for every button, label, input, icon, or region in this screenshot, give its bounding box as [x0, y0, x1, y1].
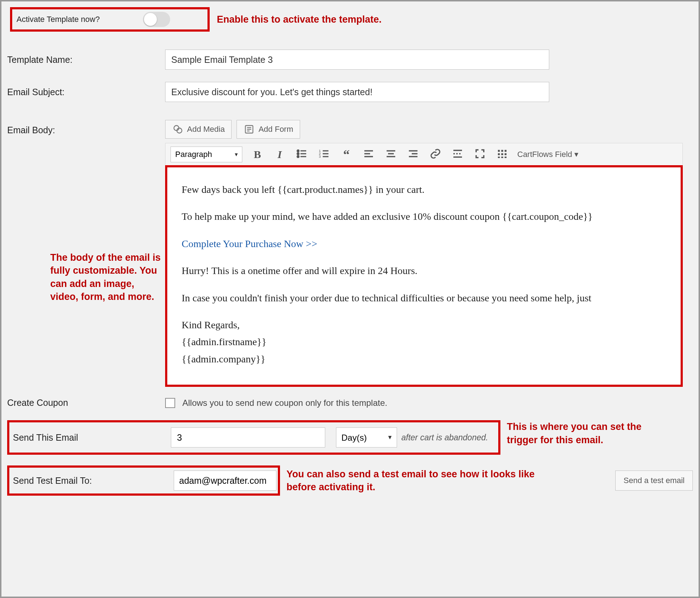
email-subject-input[interactable] — [165, 82, 549, 102]
ul-button[interactable] — [295, 147, 309, 162]
send-email-after-text: after cart is abandoned. — [401, 433, 488, 442]
italic-button[interactable]: I — [272, 147, 287, 162]
template-name-label: Template Name: — [7, 50, 165, 65]
align-right-button[interactable] — [406, 147, 420, 162]
align-right-icon — [407, 148, 419, 159]
align-left-icon — [363, 148, 374, 159]
send-test-label: Send Test Email To: — [13, 476, 174, 486]
svg-rect-34 — [501, 153, 503, 155]
svg-rect-32 — [505, 150, 507, 152]
link-icon — [430, 148, 441, 159]
send-email-value-input[interactable] — [171, 427, 325, 448]
create-coupon-checkbox[interactable] — [165, 398, 175, 408]
template-name-input[interactable] — [165, 50, 549, 70]
quote-button[interactable]: “ — [339, 147, 354, 162]
email-body-editor[interactable]: Few days back you left {{cart.product.na… — [165, 165, 683, 387]
email-subject-label: Email Subject: — [7, 82, 165, 97]
align-center-icon — [385, 148, 397, 159]
svg-rect-36 — [498, 157, 500, 158]
form-icon — [243, 124, 255, 135]
send-test-button[interactable]: Send a test email — [615, 470, 693, 491]
italic-icon: I — [274, 149, 285, 160]
body-line-2: To help make up your mind, we have added… — [182, 209, 666, 224]
body-line-4: In case you couldn't finish your order d… — [182, 290, 666, 306]
body-line-6: {{admin.firstname}} — [182, 334, 666, 349]
bold-icon: B — [252, 149, 263, 160]
cartflows-field-label: CartFlows Field ▾ — [517, 150, 578, 159]
send-email-box: Send This Email Day(s) after cart is aba… — [7, 420, 500, 455]
svg-point-8 — [297, 156, 299, 158]
align-left-button[interactable] — [361, 147, 376, 162]
svg-rect-30 — [498, 150, 500, 152]
send-test-input[interactable] — [174, 470, 276, 491]
cartflows-field-dropdown[interactable]: CartFlows Field ▾ — [517, 150, 578, 159]
create-coupon-desc: Allows you to send new coupon only for t… — [182, 398, 387, 408]
send-email-annotation: This is where you can set the trigger fo… — [507, 420, 665, 446]
media-icon — [172, 124, 183, 135]
send-email-label: Send This Email — [13, 432, 171, 443]
send-test-annotation: You can also send a test email to see ho… — [286, 468, 559, 494]
bold-button[interactable]: B — [250, 147, 265, 162]
svg-text:3: 3 — [319, 155, 321, 158]
svg-point-7 — [297, 153, 299, 155]
align-center-button[interactable] — [384, 147, 398, 162]
activate-annotation: Enable this to activate the template. — [217, 13, 382, 26]
svg-rect-37 — [501, 157, 503, 158]
activate-label: Activate Template now? — [17, 15, 100, 24]
svg-rect-38 — [505, 157, 507, 158]
complete-purchase-link[interactable]: Complete Your Purchase Now >> — [182, 238, 317, 249]
send-test-box: Send Test Email To: — [7, 465, 280, 496]
format-select[interactable]: Paragraph — [171, 147, 242, 162]
editor-toolbar: Paragraph B I 123 “ CartFlows Field ▾ — [165, 143, 683, 165]
toolbar-toggle-button[interactable] — [495, 147, 509, 162]
readmore-icon — [452, 148, 463, 159]
body-line-1: Few days back you left {{cart.product.na… — [182, 182, 666, 197]
body-line-3: Hurry! This is a onetime offer and will … — [182, 263, 666, 278]
add-media-button[interactable]: Add Media — [165, 120, 232, 139]
add-form-label: Add Form — [258, 125, 293, 134]
add-media-label: Add Media — [187, 125, 225, 134]
activate-box: Activate Template now? — [10, 7, 210, 32]
readmore-button[interactable] — [451, 147, 465, 162]
email-body-label: Email Body: — [7, 120, 165, 135]
send-email-unit-select[interactable]: Day(s) — [336, 427, 397, 448]
toolbar-toggle-icon — [496, 148, 508, 159]
quote-icon: “ — [341, 149, 352, 160]
ol-icon: 123 — [318, 148, 330, 159]
fullscreen-icon — [474, 148, 486, 159]
svg-point-6 — [297, 150, 299, 152]
create-coupon-label: Create Coupon — [7, 398, 165, 408]
ol-button[interactable]: 123 — [317, 147, 331, 162]
add-form-button[interactable]: Add Form — [237, 120, 300, 139]
ul-icon — [296, 148, 308, 159]
fullscreen-button[interactable] — [473, 147, 487, 162]
svg-rect-35 — [505, 153, 507, 155]
body-line-5: Kind Regards, — [182, 317, 666, 333]
send-test-button-label: Send a test email — [624, 476, 685, 485]
activate-toggle[interactable] — [143, 12, 170, 27]
body-line-7: {{admin.company}} — [182, 351, 666, 367]
email-body-annotation: The body of the email is fully customiza… — [50, 251, 162, 303]
svg-rect-33 — [498, 153, 500, 155]
link-button[interactable] — [428, 147, 443, 162]
svg-rect-31 — [501, 150, 503, 152]
